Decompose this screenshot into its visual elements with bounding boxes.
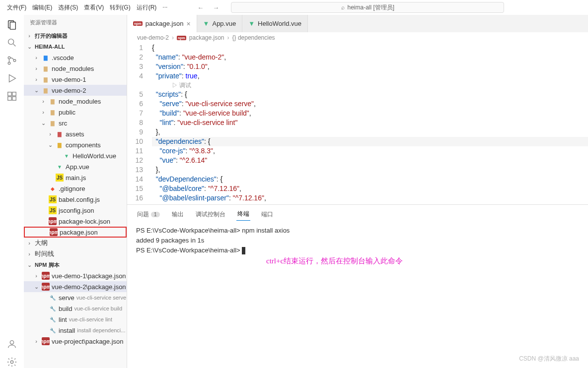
npm-script-item[interactable]: 🔧serve vue-cli-service serve	[24, 292, 127, 303]
editor-tabs: npmpackage.json×▼App.vue▼HelloWorld.vue	[127, 15, 588, 32]
npm-script-item[interactable]: ›npmvue-demo-1\package.json	[24, 270, 127, 281]
menu-item[interactable]: 查看(V)	[81, 1, 107, 14]
panel-tab[interactable]: 终端	[236, 208, 250, 221]
search-icon: ⌕	[341, 4, 345, 11]
svg-line-3	[13, 44, 16, 47]
svg-rect-11	[12, 92, 16, 96]
tree-item[interactable]: ›▇vue-demo-1	[24, 74, 127, 85]
explorer-title: 资源管理器	[24, 15, 127, 30]
accounts-icon[interactable]	[6, 338, 18, 350]
search-placeholder: heima-all [管理员]	[348, 3, 395, 12]
source-control-icon[interactable]	[6, 55, 18, 66]
svg-marker-7	[9, 75, 16, 82]
editor-area: npmpackage.json×▼App.vue▼HelloWorld.vue …	[127, 15, 588, 368]
breadcrumb[interactable]: vue-demo-2› npmpackage.json› {} dependen…	[127, 32, 588, 43]
panel-tab[interactable]: 调试控制台	[195, 208, 226, 221]
extensions-icon[interactable]	[6, 90, 18, 102]
editor-tab[interactable]: ▼App.vue	[197, 15, 243, 32]
svg-rect-10	[12, 97, 16, 100]
tree-item[interactable]: ›▇assets	[24, 128, 127, 139]
command-center-search[interactable]: ⌕ heima-all [管理员]	[231, 2, 504, 13]
svg-rect-1	[10, 22, 15, 30]
terminal[interactable]: PS E:\VsCode-Workpace\heima-all> npm ins…	[127, 221, 588, 368]
outline-section[interactable]: ›大纲	[24, 238, 127, 248]
tree-item[interactable]: JSmain.js	[24, 172, 127, 183]
menu-item[interactable]: ···	[159, 1, 170, 14]
npm-script-item[interactable]: 🔧build vue-cli-service build	[24, 303, 127, 314]
close-icon[interactable]: ×	[186, 20, 190, 28]
npm-scripts-section[interactable]: ⌄NPM 脚本	[24, 259, 127, 270]
tree-item[interactable]: ▼HelloWorld.vue	[24, 150, 127, 161]
tree-item[interactable]: ◆.gitignore	[24, 183, 127, 194]
activity-bar	[0, 15, 24, 368]
tree-item[interactable]: JSjsconfig.json	[24, 205, 127, 216]
run-debug-icon[interactable]	[6, 72, 18, 84]
menu-item[interactable]: 文件(F)	[4, 1, 29, 14]
svg-rect-8	[8, 92, 11, 96]
svg-point-5	[8, 62, 10, 64]
forward-icon[interactable]: →	[213, 4, 219, 11]
panel-tab[interactable]: 输出	[171, 208, 185, 221]
tree-item[interactable]: npmpackage-lock.json	[24, 216, 127, 227]
menu-item[interactable]: 运行(R)	[134, 1, 160, 14]
svg-rect-9	[8, 97, 11, 100]
tree-item[interactable]: JSbabel.config.js	[24, 194, 127, 205]
title-bar: 文件(F)编辑(E)选择(S)查看(V)转到(G)运行(R)··· ← → ⌕ …	[0, 0, 588, 15]
annotation-text: ctrl+c结束运行，然后在控制台输入此命令	[266, 256, 403, 266]
open-editors-section[interactable]: ›打开的编辑器	[24, 30, 127, 41]
svg-point-6	[13, 60, 16, 62]
menu-item[interactable]: 编辑(E)	[29, 1, 55, 14]
tree-item[interactable]: ›▇node_modules	[24, 96, 127, 107]
project-section[interactable]: ⌄HEIMA-ALL	[24, 41, 127, 52]
timeline-section[interactable]: ›时间线	[24, 248, 127, 259]
watermark: CSDN @清风微凉 aaa	[519, 355, 579, 363]
panel-tab[interactable]: 问题 1	[136, 208, 161, 221]
tree-item[interactable]: ⌄▇src	[24, 118, 127, 128]
svg-point-13	[10, 361, 13, 364]
panel: 问题 1输出调试控制台终端端口 PS E:\VsCode-Workpace\he…	[127, 204, 588, 368]
svg-point-12	[10, 341, 13, 344]
npm-script-item[interactable]: ›npmvue-project\package.json	[24, 336, 127, 347]
menu-item[interactable]: 选择(S)	[55, 1, 81, 14]
manage-icon[interactable]	[6, 356, 18, 368]
npm-script-item[interactable]: ⌄npmvue-demo-2\package.json	[24, 281, 127, 292]
tree-item[interactable]: ›▇.vscode	[24, 52, 127, 63]
tree-item[interactable]: ›▇node_modules	[24, 63, 127, 74]
search-activity-icon[interactable]	[6, 37, 18, 49]
explorer-sidebar: 资源管理器 ›打开的编辑器 ⌄HEIMA-ALL ›▇.vscode›▇node…	[24, 15, 127, 368]
nav-buttons: ← →	[197, 4, 219, 11]
tree-item[interactable]: ▼App.vue	[24, 161, 127, 172]
panel-tabs: 问题 1输出调试控制台终端端口	[127, 205, 588, 221]
svg-point-4	[8, 57, 10, 59]
panel-tab[interactable]: 端口	[260, 208, 274, 221]
explorer-icon[interactable]	[6, 19, 18, 31]
editor-tab[interactable]: ▼HelloWorld.vue	[242, 15, 308, 32]
npm-icon: npm	[177, 36, 186, 40]
svg-point-2	[8, 39, 14, 45]
npm-script-item[interactable]: 🔧install install dependenci...	[24, 325, 127, 336]
npm-script-item[interactable]: 🔧lint vue-cli-service lint	[24, 314, 127, 325]
tree-item[interactable]: ⌄▇vue-demo-2	[24, 85, 127, 96]
editor-tab[interactable]: npmpackage.json×	[127, 15, 197, 32]
back-icon[interactable]: ←	[197, 4, 204, 11]
menu-item[interactable]: 转到(G)	[107, 1, 133, 14]
tree-item[interactable]: ⌄▇components	[24, 139, 127, 150]
tree-item[interactable]: ›▇public	[24, 107, 127, 118]
code-editor[interactable]: 1234567891011121314151617 { "name": "vue…	[127, 43, 588, 204]
tree-item[interactable]: npmpackage.json	[24, 227, 127, 238]
